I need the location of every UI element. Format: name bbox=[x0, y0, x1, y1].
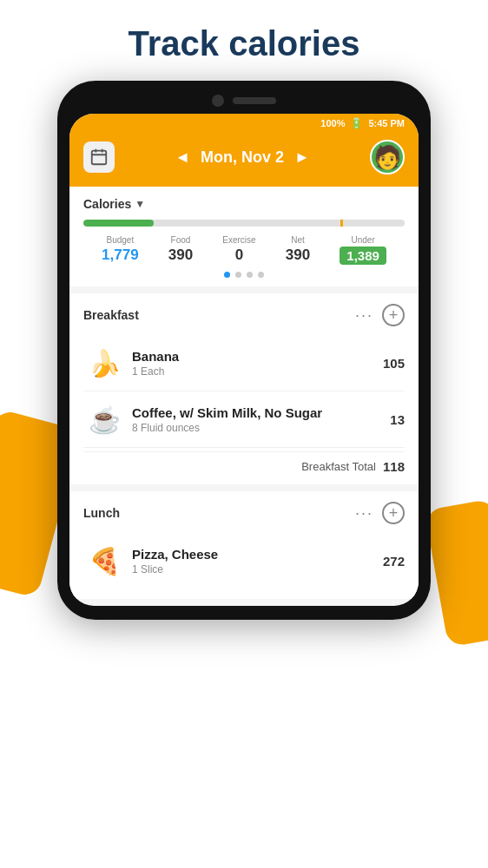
battery-level: 100% bbox=[320, 118, 345, 128]
next-date-button[interactable]: ► bbox=[294, 148, 310, 167]
lunch-header: Lunch ··· + bbox=[83, 502, 405, 524]
stat-under: Under 1,389 bbox=[340, 235, 386, 265]
bg-decoration-right bbox=[425, 498, 488, 647]
pizza-item[interactable]: 🍕 Pizza, Cheese 1 Slice 272 bbox=[83, 533, 405, 589]
stats-row: Budget 1,779 Food 390 Exercise 0 Net 390… bbox=[83, 235, 405, 265]
breakfast-actions: ··· + bbox=[355, 304, 405, 326]
banana-serving: 1 Each bbox=[132, 365, 383, 378]
lunch-title: Lunch bbox=[83, 506, 120, 520]
app-header: ◄ Mon, Nov 2 ► 🧑 bbox=[69, 133, 419, 187]
food-label: Food bbox=[171, 235, 191, 245]
coffee-name: Coffee, w/ Skim Milk, No Sugar bbox=[132, 405, 390, 420]
svg-rect-0 bbox=[92, 151, 107, 165]
budget-value: 1,779 bbox=[102, 247, 139, 264]
coffee-item[interactable]: ☕ Coffee, w/ Skim Milk, No Sugar 8 Fluid… bbox=[83, 391, 405, 448]
current-date: Mon, Nov 2 bbox=[201, 148, 284, 167]
coffee-calories: 13 bbox=[390, 412, 405, 427]
page-title: Track calories bbox=[0, 0, 488, 81]
phone-screen: 100% 🔋 5:45 PM ◄ Mon, Nov 2 ► 🧑 bbox=[69, 114, 419, 606]
avatar-emoji: 🧑 bbox=[373, 144, 401, 171]
breakfast-total: Breakfast Total 118 bbox=[83, 451, 405, 474]
banana-info: Banana 1 Each bbox=[125, 349, 383, 378]
lunch-add-button[interactable]: + bbox=[382, 502, 405, 524]
exercise-label: Exercise bbox=[222, 235, 255, 245]
phone-camera bbox=[212, 95, 224, 107]
date-nav: ◄ Mon, Nov 2 ► bbox=[175, 148, 310, 167]
phone-frame: 100% 🔋 5:45 PM ◄ Mon, Nov 2 ► 🧑 bbox=[57, 81, 431, 620]
breakfast-title: Breakfast bbox=[83, 308, 139, 322]
food-value: 390 bbox=[168, 247, 193, 264]
calories-label: Calories bbox=[83, 197, 131, 211]
breakfast-total-value: 118 bbox=[383, 459, 405, 474]
breakfast-header: Breakfast ··· + bbox=[83, 304, 405, 326]
status-bar: 100% 🔋 5:45 PM bbox=[69, 114, 419, 133]
calories-header[interactable]: Calories ▼ bbox=[83, 197, 405, 211]
under-label: Under bbox=[352, 235, 375, 245]
pizza-serving: 1 Slice bbox=[132, 563, 383, 575]
prev-date-button[interactable]: ◄ bbox=[175, 148, 190, 167]
banana-calories: 105 bbox=[383, 356, 405, 371]
banana-name: Banana bbox=[132, 349, 383, 364]
breakfast-total-label: Breakfast Total bbox=[301, 460, 376, 473]
pizza-info: Pizza, Cheese 1 Slice bbox=[125, 547, 383, 575]
stat-budget: Budget 1,779 bbox=[102, 235, 139, 264]
net-value: 390 bbox=[286, 247, 310, 264]
banana-item[interactable]: 🍌 Banana 1 Each 105 bbox=[83, 335, 405, 391]
page-dots bbox=[83, 265, 405, 279]
clock: 5:45 PM bbox=[368, 118, 405, 128]
progress-bar bbox=[83, 220, 405, 227]
pizza-name: Pizza, Cheese bbox=[132, 547, 383, 562]
coffee-serving: 8 Fluid ounces bbox=[132, 422, 390, 434]
dot-4[interactable] bbox=[258, 272, 264, 278]
calories-card: Calories ▼ Budget 1,779 Food 390 Exercis… bbox=[69, 187, 419, 286]
exercise-value: 0 bbox=[235, 247, 243, 264]
calories-dropdown-arrow: ▼ bbox=[135, 198, 145, 210]
budget-label: Budget bbox=[107, 235, 135, 245]
under-value: 1,389 bbox=[340, 247, 386, 265]
avatar[interactable]: 🧑 bbox=[370, 140, 405, 174]
calendar-button[interactable] bbox=[83, 141, 115, 173]
stat-net: Net 390 bbox=[286, 235, 310, 264]
pizza-calories: 272 bbox=[383, 554, 405, 569]
phone-speaker bbox=[233, 97, 276, 104]
coffee-info: Coffee, w/ Skim Milk, No Sugar 8 Fluid o… bbox=[125, 405, 390, 434]
breakfast-add-button[interactable]: + bbox=[382, 304, 405, 326]
net-label: Net bbox=[291, 235, 305, 245]
progress-fill bbox=[83, 220, 154, 227]
stat-exercise: Exercise 0 bbox=[222, 235, 255, 264]
banana-emoji: 🍌 bbox=[83, 342, 125, 384]
battery-icon: 🔋 bbox=[350, 117, 363, 129]
calendar-icon bbox=[89, 148, 109, 167]
coffee-emoji: ☕ bbox=[83, 398, 125, 440]
breakfast-card: Breakfast ··· + 🍌 Banana 1 Each 105 ☕ bbox=[69, 293, 419, 484]
lunch-more-button[interactable]: ··· bbox=[355, 504, 373, 523]
lunch-card: Lunch ··· + 🍕 Pizza, Cheese 1 Slice 272 bbox=[69, 491, 419, 599]
lunch-actions: ··· + bbox=[355, 502, 405, 524]
stat-food: Food 390 bbox=[168, 235, 193, 264]
pizza-emoji: 🍕 bbox=[83, 540, 125, 582]
dot-1[interactable] bbox=[224, 272, 230, 278]
breakfast-more-button[interactable]: ··· bbox=[355, 306, 373, 325]
progress-marker bbox=[340, 220, 343, 227]
phone-top-bar bbox=[69, 95, 419, 107]
dot-2[interactable] bbox=[235, 272, 241, 278]
dot-3[interactable] bbox=[247, 272, 253, 278]
